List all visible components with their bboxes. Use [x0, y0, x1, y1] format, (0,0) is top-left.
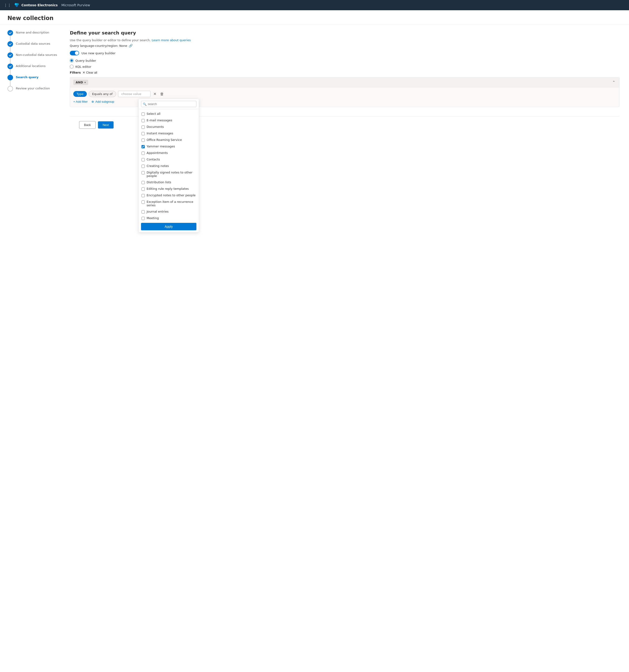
clear-all-button[interactable]: ✕ Clear all — [83, 71, 97, 74]
filters-bar: Filters ✕ Clear all — [70, 71, 620, 74]
dropdown-checkbox-15[interactable] — [142, 217, 145, 220]
apply-button[interactable]: Apply — [141, 223, 196, 230]
product-name: Microsoft Purview — [61, 3, 90, 7]
dropdown-item[interactable]: Exception item of a recurrence series — [139, 199, 199, 209]
toggle-row: Use new query builder — [70, 51, 620, 55]
top-navigation: ⋮⋮ Contoso Electronics Microsoft Purview — [0, 0, 629, 10]
radio-query-builder[interactable]: Query builder — [70, 59, 620, 63]
dropdown-item-label: Editing rule reply templates — [147, 187, 189, 190]
step-non-custodial[interactable]: Non-custodial data sources — [7, 52, 60, 58]
and-chevron-icon: ▾ — [84, 81, 86, 84]
collapse-query-button[interactable]: ⌃ — [611, 80, 616, 85]
step-label-4: Search query — [16, 75, 39, 79]
dropdown-checkbox-5[interactable] — [142, 145, 145, 148]
dropdown-item[interactable]: Meeting — [139, 215, 199, 221]
description-text: Use the query builder or editor to defin… — [70, 39, 620, 42]
step-circle-1 — [7, 41, 13, 47]
and-badge[interactable]: AND ▾ — [73, 80, 88, 85]
dropdown-item-label: Meeting — [147, 216, 159, 220]
dropdown-checkbox-3[interactable] — [142, 132, 145, 135]
dropdown-checkbox-10[interactable] — [142, 181, 145, 184]
next-button[interactable]: Next — [98, 121, 114, 128]
dropdown-item[interactable]: Digitally signed notes to other people — [139, 169, 199, 179]
type-filter-pill[interactable]: Type — [73, 91, 87, 97]
step-review[interactable]: Review your collection — [7, 86, 60, 92]
delete-filter-button[interactable]: 🗑 — [159, 92, 165, 97]
search-wrapper: 🔍 — [141, 101, 196, 107]
step-name-desc[interactable]: Name and description — [7, 30, 60, 35]
condition-pill[interactable]: Equals any of — [89, 91, 116, 97]
learn-more-link[interactable]: Learn more about queries — [152, 39, 191, 42]
dropdown-checkbox-4[interactable] — [142, 139, 145, 142]
dropdown-item-label: Yammer messages — [147, 145, 175, 148]
value-input[interactable]: choose value — [118, 91, 151, 97]
step-search-query[interactable]: Search query — [7, 75, 60, 80]
radio-query-builder-input[interactable] — [70, 59, 74, 63]
dropdown-item[interactable]: Distribution lists — [139, 179, 199, 186]
dropdown-item-label: Journal entries — [147, 210, 169, 213]
dropdown-checkbox-1[interactable] — [142, 119, 145, 122]
grid-icon[interactable]: ⋮⋮ — [4, 3, 11, 7]
qb-body: Type Equals any of choose value ✕ 🗑 🔍 — [70, 88, 620, 106]
step-connector-2 — [10, 58, 10, 64]
dropdown-item-label: Encrypted notes to other people — [147, 193, 196, 197]
dropdown-item[interactable]: E-mail messages — [139, 117, 199, 124]
dropdown-checkbox-9[interactable] — [142, 171, 145, 174]
dropdown-item[interactable]: Creating notes — [139, 163, 199, 169]
dropdown-item-label: Select all — [147, 112, 160, 116]
dropdown-item[interactable]: Contacts — [139, 156, 199, 163]
back-button[interactable]: Back — [79, 121, 96, 129]
use-new-query-builder-toggle[interactable] — [70, 51, 79, 55]
logo-svg — [14, 2, 20, 8]
add-subgroup-icon: ⊕ — [92, 100, 94, 103]
step-connector-4 — [10, 80, 10, 86]
dropdown-item[interactable]: Instant messages — [139, 130, 199, 137]
clear-filter-button[interactable]: ✕ — [152, 91, 157, 97]
step-circle-3 — [7, 64, 13, 69]
dropdown-checkbox-8[interactable] — [142, 165, 145, 168]
dropdown-item[interactable]: Yammer messages — [139, 143, 199, 150]
radio-kql-editor-label: KQL editor — [75, 65, 91, 69]
dropdown-checkbox-11[interactable] — [142, 188, 145, 191]
check-icon-0 — [8, 31, 12, 34]
dropdown-list: Select allE-mail messagesDocumentsInstan… — [139, 109, 199, 221]
dropdown-checkbox-7[interactable] — [142, 158, 145, 161]
dropdown-item-label: E-mail messages — [147, 119, 172, 122]
sidebar: Name and description Custodial data sour… — [0, 24, 60, 672]
dropdown-item[interactable]: Appointments — [139, 150, 199, 156]
radio-kql-editor-input[interactable] — [70, 65, 74, 69]
qb-header: AND ▾ ⌃ — [70, 77, 620, 88]
toggle-label: Use new query builder — [81, 51, 116, 55]
radio-kql-editor[interactable]: KQL editor — [70, 65, 620, 69]
dropdown-item-label: Contacts — [147, 158, 160, 161]
section-title: Define your search query — [70, 30, 620, 35]
dropdown-checkbox-2[interactable] — [142, 125, 145, 129]
page-content: Name and description Custodial data sour… — [0, 24, 629, 672]
add-filter-button[interactable]: + Add filter — [73, 100, 88, 103]
query-builder: AND ▾ ⌃ Type Equals any of choose value … — [70, 77, 620, 107]
dropdown-item[interactable]: Editing rule reply templates — [139, 186, 199, 192]
dropdown-item[interactable]: Journal entries — [139, 209, 199, 215]
page-header: New collection — [0, 10, 629, 24]
step-label-3: Additional locations — [16, 64, 46, 68]
link-icon[interactable]: 🔗 — [129, 44, 133, 48]
dropdown-item-label: Documents — [147, 125, 164, 128]
dropdown-checkbox-12[interactable] — [142, 194, 145, 197]
dropdown-item-label: Instant messages — [147, 131, 173, 135]
dropdown-checkbox-6[interactable] — [142, 151, 145, 155]
step-custodial[interactable]: Custodial data sources — [7, 41, 60, 47]
clear-icon: ✕ — [83, 71, 85, 74]
dropdown-item-label: Digitally signed notes to other people — [147, 171, 196, 178]
dropdown-item[interactable]: Encrypted notes to other people — [139, 192, 199, 199]
search-icon: 🔍 — [143, 102, 147, 106]
dropdown-checkbox-0[interactable] — [142, 113, 145, 116]
add-subgroup-button[interactable]: ⊕ Add subgroup — [92, 100, 114, 103]
dropdown-item[interactable]: Office Roaming Service — [139, 137, 199, 143]
dropdown-item[interactable]: Documents — [139, 124, 199, 130]
dropdown-item[interactable]: Select all — [139, 111, 199, 117]
dropdown-checkbox-14[interactable] — [142, 210, 145, 214]
dropdown-item-label: Distribution lists — [147, 181, 171, 184]
step-additional[interactable]: Additional locations — [7, 64, 60, 69]
dropdown-checkbox-13[interactable] — [142, 200, 145, 204]
dropdown-search-input[interactable] — [141, 101, 196, 107]
